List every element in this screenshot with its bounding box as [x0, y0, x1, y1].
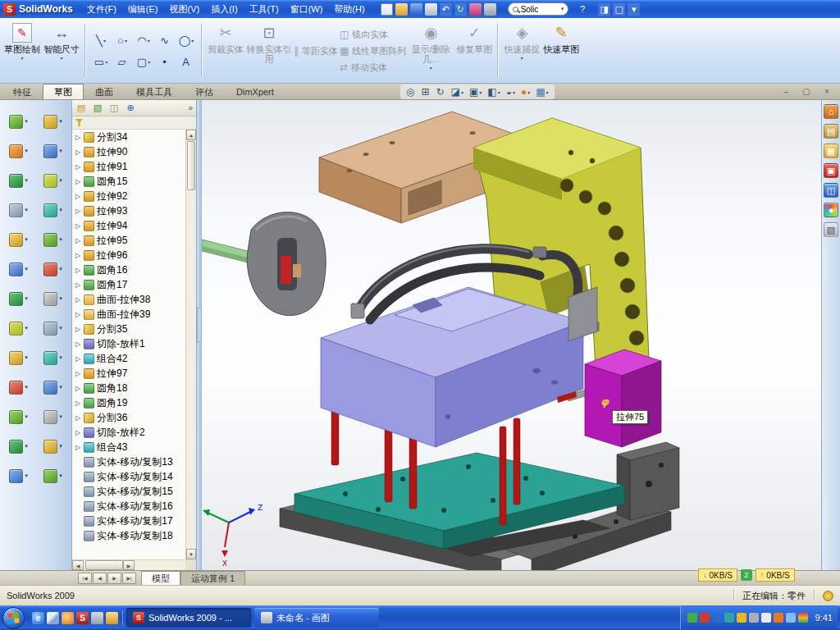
tray-icon[interactable]	[749, 613, 759, 623]
tray-icon[interactable]	[761, 613, 771, 623]
dropdown-arrow-icon[interactable]: ▾	[498, 89, 500, 95]
toolbar-icon[interactable]: ↻	[454, 3, 467, 16]
view-tool-button[interactable]: ◧ ▾	[487, 86, 500, 98]
side-tool-button[interactable]: ▾	[36, 313, 71, 343]
dropdown-arrow-icon[interactable]: ▾	[25, 177, 28, 184]
dropdown-arrow-icon[interactable]: ▾	[59, 325, 62, 331]
sketch-tool-button[interactable]: •	[154, 52, 176, 73]
task-pane-icon[interactable]: ●	[824, 203, 838, 217]
side-tool-button[interactable]: ▾	[2, 195, 36, 225]
expand-arrow-icon[interactable]: ▷	[75, 252, 81, 259]
tray-icon[interactable]	[687, 613, 697, 623]
tree-item[interactable]: ▷ 圆角16	[72, 262, 185, 277]
toolbar-icon[interactable]	[425, 3, 437, 16]
dropdown-arrow-icon[interactable]: ▾	[59, 148, 62, 154]
view-tool-button[interactable]: ▦ ▾	[536, 86, 548, 98]
quick-launch-icon[interactable]	[91, 612, 103, 624]
tree-item[interactable]: ▷ 拉伸97	[72, 366, 185, 381]
scroll-thumb[interactable]	[85, 560, 123, 570]
view-tool-button[interactable]: ◪ ▾	[451, 86, 463, 98]
side-tool-button[interactable]: ▾	[2, 254, 36, 284]
download-speed-badge[interactable]: ↓ 0KB/S	[698, 568, 737, 582]
commandmanager-tab[interactable]: 模具工具	[125, 84, 184, 99]
tree-item[interactable]: ▷ 分割34	[72, 130, 185, 144]
side-tool-button[interactable]: ▾	[2, 107, 36, 136]
tree-item[interactable]: ▷ 拉伸91	[72, 159, 185, 174]
tree-item[interactable]: ▷ 圆角15	[72, 174, 185, 189]
sketch-tool-button[interactable]: ◠ ▾	[133, 30, 154, 52]
menu-item[interactable]: 视图(V)	[164, 2, 206, 17]
side-tool-button[interactable]: ▾	[2, 343, 36, 372]
menu-item[interactable]: 插入(I)	[205, 2, 243, 17]
view-tool-button[interactable]: ↻	[436, 86, 445, 98]
side-tool-button[interactable]: ▾	[36, 343, 71, 372]
view-tool-button[interactable]: ◎	[406, 86, 415, 98]
expand-arrow-icon[interactable]: ▷	[75, 340, 81, 348]
expand-arrow-icon[interactable]: ▷	[75, 237, 81, 244]
dropdown-arrow-icon[interactable]: ▾	[103, 38, 106, 43]
toolbar-button[interactable]: ◈ 快速捕捉 ▾	[503, 21, 541, 80]
expand-arrow-icon[interactable]: ▷	[75, 311, 81, 318]
expand-arrow-icon[interactable]: ▷	[75, 267, 81, 274]
part-junction-block[interactable]	[568, 287, 597, 341]
dropdown-arrow-icon[interactable]: ▾	[191, 38, 194, 43]
quick-launch-icon[interactable]	[47, 612, 59, 624]
toolbar-icon[interactable]	[410, 3, 422, 16]
side-tool-button[interactable]: ▾	[36, 461, 71, 491]
scroll-up-button[interactable]: ▲	[186, 130, 196, 140]
scroll-left-button[interactable]: ◀	[72, 560, 84, 570]
part-side-core-block[interactable]: φ	[585, 349, 661, 447]
toolbar-icon[interactable]	[395, 3, 408, 16]
side-tool-button[interactable]: ▾	[36, 372, 71, 402]
sketch-tool-button[interactable]: ◯ ▾	[176, 30, 197, 52]
side-tool-button[interactable]: ▾	[36, 225, 71, 254]
expand-arrow-icon[interactable]: ▷	[75, 208, 81, 215]
task-pane-icon[interactable]: ◫	[824, 183, 838, 198]
dropdown-arrow-icon[interactable]: ▾	[479, 89, 482, 95]
dropdown-arrow-icon[interactable]: ▾	[59, 295, 62, 302]
view-tool-button[interactable]: ◒ ▾	[506, 86, 515, 98]
toolbar-button[interactable]: ✂ 剪裁实体	[207, 21, 244, 80]
dropdown-arrow-icon[interactable]: ▾	[25, 207, 28, 213]
view-tool-button[interactable]: ▣ ▾	[469, 86, 482, 98]
toolbar-icon[interactable]: ↶	[440, 3, 452, 16]
tree-item[interactable]: ▷ 圆角18	[72, 381, 185, 395]
dropdown-arrow-icon[interactable]: ▾	[25, 384, 28, 390]
task-pane-icon[interactable]: ▣	[824, 163, 838, 178]
dropdown-arrow-icon[interactable]: ▾	[25, 266, 28, 272]
tree-item[interactable]: ▷ 圆角19	[72, 395, 185, 410]
expand-arrow-icon[interactable]: ▷	[75, 429, 81, 436]
task-pane-icon[interactable]: ▤	[824, 124, 838, 139]
toolbar-button[interactable]: ◫ 镜向实体	[340, 29, 406, 41]
tree-item[interactable]: ▷ 拉伸96	[72, 248, 185, 262]
expand-arrow-icon[interactable]: ▷	[75, 222, 81, 230]
tray-icon[interactable]	[774, 613, 783, 623]
side-tool-button[interactable]: ▾	[36, 431, 71, 461]
sketch-tool-button[interactable]: ╲ ▾	[90, 30, 112, 52]
viewport-3d[interactable]: φ Y Z X	[202, 100, 821, 570]
tree-item[interactable]: ▷ 圆角17	[72, 277, 185, 292]
menu-item[interactable]: 文件(F)	[81, 2, 122, 17]
tab-scroll-button[interactable]: ▶	[107, 573, 121, 584]
menu-item[interactable]: 帮助(H)	[328, 2, 370, 17]
tree-item[interactable]: 实体-移动/复制17	[72, 514, 185, 528]
toolbar-button[interactable]: ✎ 快速草图	[542, 21, 580, 80]
dropdown-arrow-icon[interactable]: ▾	[25, 118, 28, 125]
dropdown-arrow-icon[interactable]: ▾	[59, 266, 62, 272]
model-tab[interactable]: 模型	[141, 571, 180, 585]
toolbar-icon[interactable]: ▾	[628, 3, 640, 16]
side-tool-button[interactable]: ▾	[2, 461, 36, 491]
commandmanager-tab[interactable]: 评估	[184, 84, 225, 99]
expand-arrow-icon[interactable]: ▷	[75, 370, 81, 377]
toolbar-button[interactable]: ✎ 草图绘制 ▾	[3, 21, 41, 80]
dropdown-arrow-icon[interactable]: ▾	[59, 118, 62, 125]
speed-count-badge[interactable]: 2	[741, 569, 752, 581]
expand-arrow-icon[interactable]: ▷	[75, 399, 81, 407]
expand-arrow-icon[interactable]: ▷	[75, 281, 81, 289]
side-tool-button[interactable]: ▾	[2, 166, 36, 195]
dropdown-arrow-icon[interactable]: ▾	[25, 413, 28, 420]
taskbar-task[interactable]: S SolidWorks 2009 - ...	[126, 608, 251, 628]
tree-item[interactable]: ▷ 切除-放样1	[72, 336, 185, 351]
dropdown-arrow-icon[interactable]: ▾	[59, 384, 62, 390]
dropdown-arrow-icon[interactable]: ▾	[25, 148, 28, 154]
